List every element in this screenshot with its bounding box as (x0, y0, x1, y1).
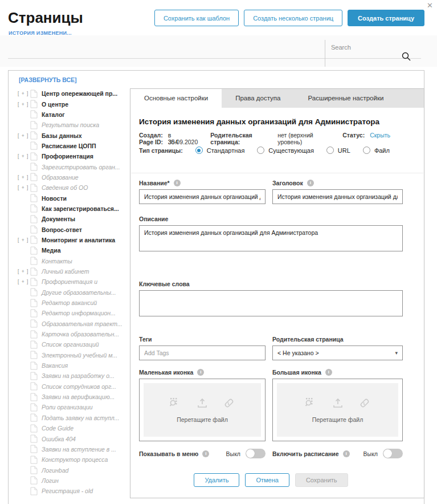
page-type-radio[interactable]: Существующая (257, 147, 314, 154)
tree-item[interactable]: [ + ] Документы (18, 214, 132, 224)
tree-item[interactable]: [ + ] Список организаций (18, 339, 132, 349)
filter-input[interactable] (8, 46, 325, 59)
page-file-icon (30, 487, 38, 495)
expand-icon[interactable]: [ + ] (18, 269, 30, 274)
page-type-radio[interactable]: URL (326, 147, 350, 154)
page-type-radio[interactable]: Стандартная (195, 147, 245, 154)
tree-item[interactable]: [ + ] Каталог (18, 109, 132, 120)
create-multiple-pages-button[interactable]: Создать несколько страниц (244, 10, 342, 26)
page-title: Страницы (8, 9, 83, 27)
save-as-template-button[interactable]: Сохранить как шаблон (154, 10, 239, 26)
tree-item[interactable]: [ + ] Зарегистрировать орган... (18, 161, 132, 172)
tab-label: Расширенные настройки (308, 95, 383, 101)
tree-item[interactable]: [ + ] Образование (18, 172, 132, 182)
tab[interactable]: Основные настройки (130, 89, 222, 108)
tree-item[interactable]: [ + ] Список сотрудников орг... (18, 381, 132, 392)
tree-item[interactable]: [ + ] Мониторинг и аналитика (18, 235, 132, 245)
tree-item[interactable]: [ + ] Электронный учебный м... (18, 350, 132, 360)
tree-item[interactable]: [ + ] Образовательная траект... (18, 319, 132, 329)
tree-item[interactable]: [ + ] Редактор вакансий (18, 298, 132, 308)
page-type-radio[interactable]: Файл (363, 147, 390, 154)
big-icon-dropzone[interactable]: Перетащите файл (272, 379, 403, 441)
page-file-icon (30, 309, 38, 318)
tree-item[interactable]: [ + ] Медиа (18, 245, 132, 255)
radio-label: Стандартная (207, 147, 245, 154)
header-actions: Сохранить как шаблон Создать несколько с… (154, 10, 424, 26)
expand-icon[interactable]: [ + ] (18, 133, 30, 139)
description-label: Описание (139, 215, 403, 222)
page-file-icon (30, 100, 38, 108)
tree-item[interactable]: [ + ] Логин (18, 475, 132, 486)
status-label: Статус: (342, 132, 365, 139)
title-input[interactable] (272, 189, 403, 204)
tree-item[interactable]: [ + ] Сведения об ОО (18, 182, 132, 193)
tree-item[interactable]: [ + ] Профориентация (18, 151, 132, 161)
tree-item[interactable]: [ + ] Результаты поиска (18, 120, 132, 130)
expand-icon[interactable]: [ + ] (18, 153, 30, 159)
enable-schedule-toggle[interactable] (383, 449, 403, 458)
tree-item[interactable]: [ + ] Как зарегистрироваться... (18, 204, 132, 214)
expand-icon[interactable]: [ + ] (18, 279, 30, 284)
tree-item[interactable]: [ + ] Контакты (18, 256, 132, 266)
keywords-textarea[interactable] (139, 290, 403, 316)
tab[interactable]: Права доступа (222, 89, 294, 108)
status-value-link[interactable]: Скрыть (370, 132, 390, 139)
show-in-menu-toggle[interactable] (246, 449, 266, 458)
tree-item[interactable]: [ + ] Вопрос-ответ (18, 224, 132, 234)
close-icon[interactable]: ✕ (427, 1, 433, 10)
tree-item[interactable]: [ + ] Карточка образовательн... (18, 329, 132, 339)
tree-item[interactable]: [ + ] Центр опережающей пр... (18, 88, 132, 99)
expand-icon[interactable]: [ + ] (18, 91, 30, 96)
create-page-button[interactable]: Создать страницу (348, 10, 424, 26)
tree-item[interactable]: [ + ] Ошибка 404 (18, 433, 132, 444)
info-icon: i (202, 450, 209, 457)
tree-item[interactable]: [ + ] Подать заявку на вступл... (18, 413, 132, 423)
tree-item-label: Подать заявку на вступл... (42, 414, 119, 421)
tree-item-label: Список сотрудников орг... (42, 383, 116, 390)
upload-icon (197, 397, 208, 409)
expand-icon[interactable]: [ + ] (18, 174, 30, 180)
tree-item[interactable]: [ + ] Базы данных (18, 130, 132, 140)
search-icon[interactable] (401, 51, 411, 62)
page-id-value: 354 (168, 139, 178, 145)
tags-input[interactable] (139, 346, 266, 360)
info-icon: i (325, 369, 332, 376)
page-file-icon (30, 141, 38, 150)
tree-item[interactable]: [ + ] Редактор информацион... (18, 308, 132, 318)
tree-item[interactable]: [ + ] Новости (18, 193, 132, 203)
description-textarea[interactable]: История изменения данных организаций для… (139, 225, 403, 251)
tree-item[interactable]: [ + ] Заявки на разработку о... (18, 371, 132, 381)
tree-item[interactable]: [ + ] Code Guide (18, 423, 132, 433)
tree-item[interactable]: [ + ] О центре (18, 99, 132, 109)
tree-item[interactable]: [ + ] Конструктор процесса (18, 454, 132, 465)
expand-icon[interactable]: [ + ] (18, 101, 30, 107)
tree-item[interactable]: [ + ] Профориентация и (18, 277, 132, 287)
name-label: Название* i (139, 179, 266, 186)
tree-item[interactable]: [ + ] Расписание ЦОПП (18, 141, 132, 151)
expand-all-link[interactable]: [РАЗВЕРНУТЬ ВСЕ] (19, 76, 77, 83)
big-icon-label: Большая иконка i (272, 368, 403, 376)
parent-page-select[interactable]: < Не указано > ▾ (272, 346, 403, 360)
expand-icon[interactable]: [ + ] (18, 237, 30, 243)
tree-item[interactable]: [ + ] Другие образовательны... (18, 287, 132, 298)
expand-icon[interactable]: [ + ] (18, 185, 30, 190)
tree-item[interactable]: [ + ] Регистрация - old (18, 486, 132, 496)
save-button[interactable]: Сохранить (295, 473, 348, 487)
small-icon-dropzone[interactable]: Перетащите файл (139, 379, 266, 441)
tree-item[interactable]: [ + ] Вакансия (18, 360, 132, 371)
form-page-title: История изменения данных организаций для… (139, 117, 403, 126)
tree-item[interactable]: [ + ] Заявки на вступление в ... (18, 444, 132, 454)
tab[interactable]: Расширенные настройки (294, 89, 397, 108)
tree-item-label: Роли организации (42, 404, 93, 410)
dropzone-icons (170, 397, 235, 409)
cancel-button[interactable]: Отмена (245, 473, 289, 487)
keywords-label: Ключевые слова (139, 280, 403, 287)
tree-item-label: Список организаций (42, 341, 99, 348)
tree-item-label: Контакты (42, 258, 72, 265)
delete-button[interactable]: Удалить (194, 473, 239, 487)
tree-item[interactable]: [ + ] Логинbad (18, 465, 132, 475)
tree-item[interactable]: [ + ] Роли организации (18, 402, 132, 412)
tree-item[interactable]: [ + ] Заявки на верификацию... (18, 392, 132, 402)
tree-item[interactable]: [ + ] Личный кабинет (18, 266, 132, 277)
name-input[interactable] (139, 189, 266, 204)
